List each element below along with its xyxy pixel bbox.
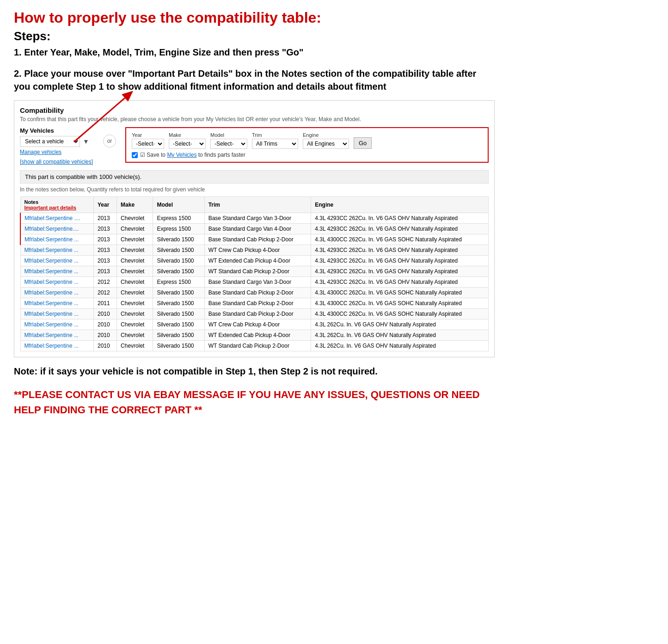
engine-select[interactable]: All Engines <box>303 139 349 149</box>
col-trim: Trim <box>204 197 311 213</box>
cell-year: 2013 <box>93 224 116 234</box>
cell-year: 2013 <box>93 234 116 245</box>
cell-model: Express 1500 <box>153 213 204 224</box>
form-fields-row: Year -Select- Make -Select- Model <box>132 132 482 149</box>
cell-notes: Mfrlabel:Serpentine ... <box>20 288 93 298</box>
trim-label: Trim <box>252 132 298 138</box>
cell-year: 2010 <box>93 341 116 351</box>
engine-label: Engine <box>303 132 349 138</box>
cell-engine: 4.3L 4293CC 262Cu. In. V6 GAS OHV Natura… <box>311 277 489 288</box>
cell-make: Chevrolet <box>117 256 153 266</box>
col-model: Model <box>153 197 204 213</box>
compatible-count-bar: This part is compatible with 1000 vehicl… <box>20 170 489 184</box>
col-make: Make <box>117 197 153 213</box>
my-vehicles-label: My Vehicles <box>20 127 94 134</box>
cell-engine: 4.3L 4300CC 262Cu. In. V6 GAS SOHC Natur… <box>311 298 489 309</box>
cell-engine: 4.3L 4293CC 262Cu. In. V6 GAS OHV Natura… <box>311 213 489 224</box>
col-year: Year <box>93 197 116 213</box>
cell-notes: Mfrlabel:Serpentine.... <box>20 224 93 234</box>
cell-notes: Mfrlabel:Serpentine ... <box>20 266 93 277</box>
cell-year: 2011 <box>93 298 116 309</box>
cell-engine: 4.3L 262Cu. In. V6 GAS OHV Naturally Asp… <box>311 330 489 341</box>
cell-trim: WT Crew Cab Pickup 4-Door <box>204 319 311 330</box>
compatibility-table: Notes Important part details Year Make M… <box>20 196 489 351</box>
cell-model: Silverado 1500 <box>153 341 204 351</box>
notes-bar: In the notes section below, Quantity ref… <box>20 186 489 193</box>
steps-heading: Steps: <box>14 29 495 43</box>
engine-field-group: Engine All Engines <box>303 132 349 149</box>
cell-trim: WT Crew Cab Pickup 4-Door <box>204 245 311 256</box>
cell-make: Chevrolet <box>117 266 153 277</box>
go-button[interactable]: Go <box>354 137 372 149</box>
table-row: Mfrlabel:Serpentine ...2010ChevroletSilv… <box>20 330 489 341</box>
cell-notes: Mfrlabel:Serpentine ... <box>20 234 93 245</box>
year-field-group: Year -Select- <box>132 132 164 149</box>
manage-vehicles-link[interactable]: Manage vehicles <box>20 149 94 155</box>
cell-model: Silverado 1500 <box>153 309 204 319</box>
cell-engine: 4.3L 4300CC 262Cu. In. V6 GAS SOHC Natur… <box>311 234 489 245</box>
cell-year: 2010 <box>93 319 116 330</box>
my-vehicles-link[interactable]: My Vehicles <box>167 152 196 158</box>
cell-engine: 4.3L 4293CC 262Cu. In. V6 GAS OHV Natura… <box>311 256 489 266</box>
cell-trim: Base Standard Cargo Van 4-Door <box>204 224 311 234</box>
model-select[interactable]: -Select- <box>210 139 247 149</box>
save-checkbox[interactable] <box>132 152 138 158</box>
table-row: Mfrlabel:Serpentine ...2010ChevroletSilv… <box>20 319 489 330</box>
my-vehicles-section: My Vehicles Select a vehicle ▼ Manage ve… <box>20 127 94 166</box>
cell-model: Silverado 1500 <box>153 256 204 266</box>
table-row: Mfrlabel:Serpentine ...2013ChevroletSilv… <box>20 234 489 245</box>
cell-model: Silverado 1500 <box>153 288 204 298</box>
make-select[interactable]: -Select- <box>169 139 206 149</box>
cell-year: 2010 <box>93 330 116 341</box>
year-select[interactable]: -Select- <box>132 139 164 149</box>
important-part-details-link[interactable]: Important part details <box>25 205 90 210</box>
notes-header: Notes <box>25 199 90 205</box>
cell-engine: 4.3L 4293CC 262Cu. In. V6 GAS OHV Natura… <box>311 266 489 277</box>
col-engine: Engine <box>311 197 489 213</box>
cell-make: Chevrolet <box>117 213 153 224</box>
step-2-text: 2. Place your mouse over "Important Part… <box>14 67 495 93</box>
cell-notes: Mfrlabel:Serpentine ... <box>20 319 93 330</box>
dropdown-arrow-icon: ▼ <box>83 138 89 145</box>
save-checkbox-row: ☑ Save to My Vehicles to finds parts fas… <box>132 152 482 158</box>
cell-notes: Mfrlabel:Serpentine ... <box>20 309 93 319</box>
cell-notes: Mfrlabel:Serpentine ... <box>20 245 93 256</box>
cell-year: 2012 <box>93 288 116 298</box>
table-row: Mfrlabel:Serpentine ...2012ChevroletExpr… <box>20 277 489 288</box>
trim-select[interactable]: All Trims <box>252 139 298 149</box>
cell-notes: Mfrlabel:Serpentine ... <box>20 277 93 288</box>
save-text: ☑ Save to My Vehicles to finds parts fas… <box>140 152 245 158</box>
or-label: or <box>103 135 116 147</box>
model-label: Model <box>210 132 247 138</box>
step-note: Note: if it says your vehicle is not com… <box>14 365 495 378</box>
compatibility-box: Compatibility To confirm that this part … <box>14 100 495 357</box>
cell-trim: WT Extended Cab Pickup 4-Door <box>204 330 311 341</box>
cell-make: Chevrolet <box>117 224 153 234</box>
cell-model: Express 1500 <box>153 224 204 234</box>
cell-notes: Mfrlabel:Serpentine .... <box>20 213 93 224</box>
cell-make: Chevrolet <box>117 319 153 330</box>
cell-notes: Mfrlabel:Serpentine ... <box>20 298 93 309</box>
cell-make: Chevrolet <box>117 309 153 319</box>
cell-trim: Base Standard Cab Pickup 2-Door <box>204 298 311 309</box>
table-row: Mfrlabel:Serpentine ...2012ChevroletSilv… <box>20 288 489 298</box>
table-row: Mfrlabel:Serpentine....2013ChevroletExpr… <box>20 224 489 234</box>
cell-model: Silverado 1500 <box>153 266 204 277</box>
cell-trim: WT Extended Cab Pickup 4-Door <box>204 256 311 266</box>
cell-year: 2013 <box>93 266 116 277</box>
cell-make: Chevrolet <box>117 234 153 245</box>
cell-trim: Base Standard Cargo Van 3-Door <box>204 213 311 224</box>
table-row: Mfrlabel:Serpentine ...2010ChevroletSilv… <box>20 309 489 319</box>
cell-year: 2012 <box>93 277 116 288</box>
cell-trim: Base Standard Cargo Van 3-Door <box>204 277 311 288</box>
vehicle-form-section: Year -Select- Make -Select- Model <box>125 127 489 163</box>
cell-make: Chevrolet <box>117 298 153 309</box>
show-all-link[interactable]: [show all compatible vehicles] <box>20 159 93 165</box>
cell-model: Silverado 1500 <box>153 330 204 341</box>
vehicle-dropdown[interactable]: Select a vehicle <box>20 136 80 147</box>
table-row: Mfrlabel:Serpentine ...2010ChevroletSilv… <box>20 341 489 351</box>
cell-make: Chevrolet <box>117 341 153 351</box>
make-label: Make <box>169 132 206 138</box>
cell-make: Chevrolet <box>117 277 153 288</box>
cell-engine: 4.3L 4293CC 262Cu. In. V6 GAS OHV Natura… <box>311 245 489 256</box>
